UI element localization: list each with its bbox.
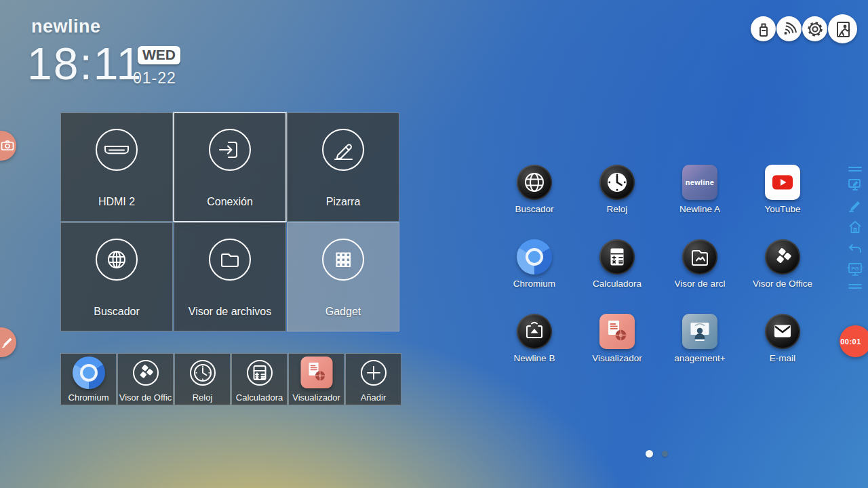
screenshot-camera-button[interactable] <box>0 131 16 161</box>
wireless-hotspot-button[interactable] <box>776 16 802 41</box>
tile-visor-archivos[interactable]: Visor de archivos <box>174 222 286 331</box>
app-label: Chromium <box>513 279 555 289</box>
newline-launcher-home: { "brand": { "logo": "newline" }, "clock… <box>0 0 868 488</box>
app-chromium[interactable]: Chromium <box>493 235 576 310</box>
folder-icon <box>208 238 252 281</box>
app-label: Newline A <box>679 204 720 214</box>
clock-date: 01-22 <box>133 69 176 87</box>
whiteboard-pencil-icon <box>321 128 365 171</box>
app-visualizador[interactable]: Visualizador <box>576 310 658 384</box>
app-newline-b[interactable]: Newline B <box>493 310 576 384</box>
pg-label: PG <box>851 266 859 272</box>
app-label: Visor de Office <box>753 279 812 289</box>
app-label: Visor de arcl <box>675 279 726 289</box>
image-folder-icon <box>682 239 717 274</box>
office-icon <box>130 357 162 389</box>
wireless-hotspot-icon <box>777 17 802 41</box>
tile-label: Pizarra <box>288 196 399 208</box>
status-bar <box>751 14 857 43</box>
connect-icon <box>208 128 252 171</box>
newline-logo: newline <box>31 16 101 37</box>
settings-button[interactable] <box>802 16 827 41</box>
tile-hdmi2[interactable]: HDMI 2 <box>60 113 173 222</box>
tile-buscador[interactable]: Buscador <box>60 222 173 331</box>
dock-label: Reloj <box>176 392 229 403</box>
weekday-badge: WED <box>138 46 180 64</box>
toolbar-handle-top[interactable] <box>848 165 863 172</box>
display-management-icon <box>682 314 717 349</box>
usb-drive-icon <box>751 17 776 41</box>
clock-time: 18:11 <box>27 38 142 89</box>
page-indicator <box>646 450 668 458</box>
dock-reloj[interactable]: Reloj <box>174 353 231 405</box>
dock-chromium[interactable]: Chromium <box>60 353 117 405</box>
app-calculadora[interactable]: Calculadora <box>576 235 658 310</box>
dock-visor-office[interactable]: Visor de Offic <box>117 353 174 405</box>
tile-pizarra[interactable]: Pizarra <box>287 113 399 222</box>
screen-annotate-icon[interactable] <box>847 177 863 193</box>
calculator-icon <box>599 239 635 274</box>
main-tile-grid: HDMI 2 Conexión Pizarra <box>60 113 399 331</box>
globe-icon <box>95 238 138 281</box>
clock-icon <box>599 165 635 200</box>
newline-app-icon-text: newline <box>686 178 714 186</box>
dock-label: Visualizador <box>290 392 343 403</box>
dock-calculadora[interactable]: Calculadora <box>231 353 288 405</box>
visualizer-icon <box>300 357 332 388</box>
page-dot[interactable] <box>662 451 668 457</box>
dock-label: Añadir <box>347 392 400 403</box>
app-management[interactable]: anagement+ <box>658 310 741 384</box>
quick-pen-button[interactable] <box>0 327 16 357</box>
toolbar-handle-bottom[interactable] <box>848 283 863 290</box>
tile-label: Visor de archivos <box>174 306 285 318</box>
tile-label: Gadget <box>288 306 399 318</box>
broadcast-icon <box>517 314 552 349</box>
app-label: anagement+ <box>674 353 725 363</box>
usb-drive-button[interactable] <box>751 16 776 41</box>
exit-icon <box>829 16 856 43</box>
app-label: Reloj <box>607 204 628 214</box>
dock-label: Visor de Offic <box>119 392 172 403</box>
home-icon[interactable] <box>847 219 863 235</box>
app-label: Calculadora <box>593 279 642 289</box>
app-youtube[interactable]: YouTube <box>741 161 824 235</box>
chromium-icon <box>73 357 105 389</box>
app-label: Buscador <box>515 204 553 214</box>
dock-label: Chromium <box>62 392 115 403</box>
dock-anadir[interactable]: Añadir <box>345 353 401 405</box>
exit-button[interactable] <box>828 14 857 43</box>
envelope-icon <box>765 314 800 349</box>
settings-gear-icon <box>803 17 827 41</box>
tile-conexion[interactable]: Conexión <box>174 113 286 222</box>
chromium-icon <box>517 239 552 274</box>
newline-app-icon: newline <box>682 165 717 200</box>
app-label: YouTube <box>764 204 800 214</box>
tile-gadget[interactable]: Gadget <box>287 222 399 331</box>
globe-icon <box>517 165 552 200</box>
app-visor-office[interactable]: Visor de Office <box>741 235 824 310</box>
app-newline-a[interactable]: newline Newline A <box>658 161 741 235</box>
page-dot-active[interactable] <box>646 450 653 458</box>
tile-label: Conexión <box>174 196 285 208</box>
side-toolbar: PG <box>846 165 864 290</box>
app-grid-icon <box>321 238 365 281</box>
app-grid: Buscador Reloj newline Newline A YouTube <box>493 161 824 384</box>
app-visor-archivos[interactable]: Visor de arcl <box>658 235 741 310</box>
plus-icon <box>357 357 390 389</box>
dock-label: Calculadora <box>233 392 286 403</box>
app-label: Newline B <box>514 353 555 363</box>
pencil-icon[interactable] <box>847 198 863 214</box>
tile-label: Buscador <box>61 306 172 318</box>
camera-icon <box>1 139 14 152</box>
back-icon[interactable] <box>847 240 863 256</box>
timer-value: 00:01 <box>840 338 861 346</box>
app-reloj[interactable]: Reloj <box>576 161 658 235</box>
office-icon <box>765 239 800 274</box>
app-buscador[interactable]: Buscador <box>493 161 576 235</box>
calculator-icon <box>243 357 276 389</box>
recording-timer-badge[interactable]: 00:01 <box>840 325 868 357</box>
page-monitor-icon[interactable]: PG <box>846 261 864 279</box>
tile-label: HDMI 2 <box>61 196 172 208</box>
app-email[interactable]: E-mail <box>741 310 824 384</box>
dock-visualizador[interactable]: Visualizador <box>288 353 344 405</box>
